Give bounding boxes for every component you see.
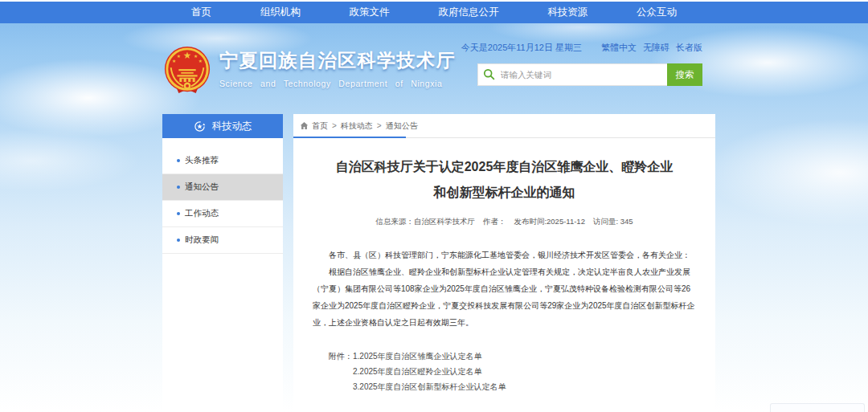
article-paragraph: 各市、县（区）科技管理部门，宁东能源化工基地管委会，银川经济技术开发区管委会，各… (313, 247, 696, 263)
nav-item-organization[interactable]: 组织机构 (260, 6, 301, 19)
breadcrumb-home[interactable]: 首页 (312, 120, 328, 132)
article-title: 自治区科技厅关于认定2025年度自治区雏鹰企业、瞪羚企业 和创新型标杆企业的通知 (313, 154, 696, 206)
meta-publish-time: 发布时间:2025-11-12 (514, 217, 585, 227)
article-paragraph: 根据自治区雏鹰企业、瞪羚企业和创新型标杆企业认定管理有关规定，决定认定半亩良人农… (313, 263, 696, 331)
floating-widget[interactable] (770, 403, 865, 412)
nav-item-policy[interactable]: 政策文件 (350, 6, 390, 19)
article-meta: 信息来源：自治区科学技术厅 作者： 发布时间:2025-11-12 访问量: 3… (313, 217, 696, 227)
nav-item-interaction[interactable]: 公众互动 (637, 6, 677, 19)
svg-text:★: ★ (183, 50, 191, 60)
bullet-dot-icon (177, 159, 180, 162)
sidebar-title: 科技动态 (162, 114, 283, 138)
bullet-dot-icon (177, 239, 180, 242)
breadcrumb-separator: > (377, 121, 382, 130)
nav-item-resources[interactable]: 科技资源 (547, 6, 588, 19)
sidebar-item-notices[interactable]: 通知公告 (162, 174, 283, 201)
sidebar-item-label: 通知公告 (185, 182, 219, 193)
sidebar-item-label: 工作动态 (185, 208, 219, 219)
home-icon (300, 121, 309, 130)
search-bar: 搜索 (477, 63, 702, 86)
breadcrumb-current[interactable]: 通知公告 (386, 120, 418, 132)
current-date: 今天是2025年11月12日 星期三 (461, 42, 582, 54)
top-navigation: 首页 组织机构 政策文件 政府信息公开 科技资源 公众互动 (0, 2, 868, 23)
svg-text:★: ★ (199, 59, 203, 63)
article-title-line2: 和创新型标杆企业的通知 (313, 180, 696, 206)
bullet-dot-icon (177, 212, 180, 215)
link-elder-version[interactable]: 长者版 (676, 42, 702, 54)
article: 自治区科技厅关于认定2025年度自治区雏鹰企业、瞪羚企业 和创新型标杆企业的通知… (293, 154, 715, 394)
meta-author: 作者： (483, 217, 506, 227)
sidebar-item-current-affairs[interactable]: 时政要闻 (162, 227, 283, 254)
svg-text:★: ★ (172, 59, 176, 63)
sidebar-item-work-updates[interactable]: 工作动态 (162, 201, 283, 227)
attachments-block: 附件： 1.2025年度自治区雏鹰企业认定名单 2.2025年度自治区瞪羚企业认… (313, 349, 696, 394)
bullet-dot-icon (177, 186, 180, 189)
article-title-line1: 自治区科技厅关于认定2025年度自治区雏鹰企业、瞪羚企业 (313, 154, 696, 180)
attachment-link-3[interactable]: 3.2025年度自治区创新型标杆企业认定名单 (353, 379, 506, 394)
site-header: ★ ★ ★ ★ ★ 宁夏回族自治区科学技术厅 Science and Tech (0, 23, 868, 114)
sidebar: 科技动态 头条推荐 通知公告 工作动态 时政要闻 (162, 114, 283, 412)
search-input[interactable] (477, 63, 667, 86)
link-traditional-chinese[interactable]: 繁體中文 (601, 42, 637, 54)
nav-item-home[interactable]: 首页 (191, 6, 211, 19)
attachment-link-2[interactable]: 2.2025年度自治区瞪羚企业认定名单 (353, 364, 506, 379)
meta-visit-count: 访问量: 345 (593, 217, 633, 227)
sidebar-title-label: 科技动态 (212, 120, 252, 133)
national-emblem-logo: ★ ★ ★ ★ ★ (162, 46, 212, 96)
breadcrumb-separator: > (332, 121, 337, 130)
search-button[interactable]: 搜索 (667, 63, 702, 86)
attachments-label: 附件： (329, 349, 353, 394)
site-subtitle: Science and Technology Department of Nin… (219, 79, 456, 88)
search-icon (483, 68, 495, 80)
svg-text:★: ★ (194, 54, 198, 59)
breadcrumb: 首页 > 科技动态 > 通知公告 (293, 114, 715, 138)
link-accessibility[interactable]: 无障碍 (643, 42, 669, 54)
site-brand[interactable]: ★ ★ ★ ★ ★ 宁夏回族自治区科学技术厅 Science and Tech (162, 46, 456, 96)
nav-item-gov-info[interactable]: 政府信息公开 (438, 6, 498, 19)
star-circle-icon (194, 120, 206, 133)
attachment-link-1[interactable]: 1.2025年度自治区雏鹰企业认定名单 (353, 349, 506, 364)
sidebar-item-label: 头条推荐 (185, 155, 219, 166)
main-panel: 首页 > 科技动态 > 通知公告 自治区科技厅关于认定2025年度自治区雏鹰企业… (293, 114, 715, 412)
site-title: 宁夏回族自治区科学技术厅 (219, 48, 456, 73)
breadcrumb-section[interactable]: 科技动态 (341, 120, 373, 132)
svg-text:★: ★ (177, 54, 181, 59)
meta-source: 信息来源：自治区科学技术厅 (375, 217, 475, 227)
sidebar-item-headlines[interactable]: 头条推荐 (162, 148, 283, 174)
sidebar-item-label: 时政要闻 (185, 235, 219, 246)
article-body: 各市、县（区）科技管理部门，宁东能源化工基地管委会，银川经济技术开发区管委会，各… (313, 247, 696, 331)
